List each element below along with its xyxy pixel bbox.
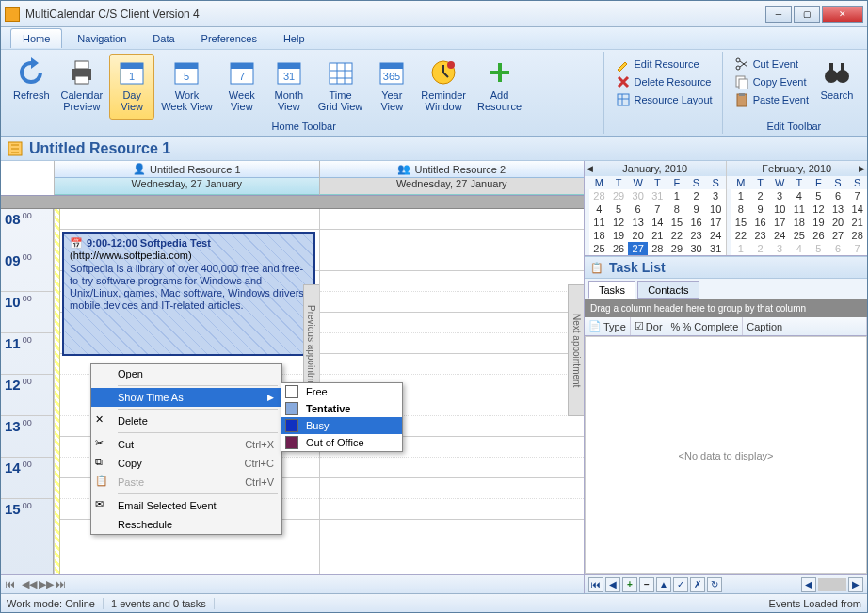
task-col-complete[interactable]: %% Complete (667, 317, 744, 335)
minical-day[interactable]: 1 (731, 242, 751, 255)
ctx-email[interactable]: ✉Email Selected Event (91, 496, 281, 515)
minical-day[interactable]: 4 (789, 242, 809, 255)
ribbon-month-view[interactable]: 31MonthView (266, 54, 312, 120)
minical-day[interactable]: 3 (706, 189, 726, 202)
minical-day[interactable]: 31 (648, 189, 667, 202)
minical-day[interactable]: 25 (589, 242, 609, 255)
ctx-paste[interactable]: 📋PasteCtrl+V (91, 473, 281, 492)
ribbon-edit-resource[interactable]: Edit Resource (614, 56, 715, 73)
minical-day[interactable]: 6 (828, 242, 848, 255)
menu-tab-data[interactable]: Data (141, 29, 185, 48)
ctx-reschedule[interactable]: Reschedule (91, 515, 281, 534)
ribbon-copy-event[interactable]: Copy Event (732, 73, 811, 90)
task-up-button[interactable]: ▲ (656, 577, 671, 592)
minical-day[interactable]: 25 (789, 229, 809, 242)
ctx-open[interactable]: Open (91, 364, 281, 383)
minical-day[interactable]: 30 (686, 242, 706, 255)
minical-day[interactable]: 29 (667, 242, 687, 255)
minical-day[interactable]: 16 (686, 216, 706, 229)
ribbon-cut-event[interactable]: Cut Event (732, 56, 811, 73)
column-resource-1[interactable]: 👤Untitled Resource 1 (55, 161, 319, 178)
ribbon-refresh[interactable]: Refresh (8, 54, 55, 120)
minical-day[interactable]: 7 (847, 189, 867, 202)
ribbon-delete-resource[interactable]: Delete Resource (614, 73, 715, 90)
minical-day[interactable]: 17 (706, 216, 726, 229)
minical-day[interactable]: 23 (750, 229, 770, 242)
nav-last-icon[interactable]: ⏭ (56, 578, 69, 591)
timeas-free[interactable]: Free (281, 383, 402, 400)
nav-first-icon[interactable]: ⏮ (5, 578, 18, 591)
task-tab-contacts[interactable]: Contacts (637, 281, 699, 299)
minical-day[interactable]: 8 (731, 202, 751, 216)
ctx-delete[interactable]: ✕Delete (91, 411, 281, 430)
task-scroll-right-button[interactable]: ▶ (848, 577, 863, 592)
minical-day[interactable]: 4 (589, 202, 609, 216)
calendar-event[interactable]: 📅9:00-12:00 Softpedia Test (http://www.s… (62, 232, 315, 356)
timeas-tentative[interactable]: Tentative (281, 400, 402, 417)
minical-day[interactable]: 13 (628, 216, 648, 229)
task-tab-tasks[interactable]: Tasks (588, 281, 635, 299)
menu-tab-navigation[interactable]: Navigation (66, 29, 137, 48)
timeas-busy[interactable]: Busy (281, 417, 402, 434)
ribbon-paste-event[interactable]: Paste Event (732, 91, 811, 108)
menu-tab-preferences[interactable]: Preferences (190, 29, 268, 48)
next-appointment-button[interactable]: Next appointment (568, 284, 584, 416)
minical-day[interactable]: 1 (731, 189, 751, 202)
ribbon-work-week-view[interactable]: 5WorkWeek View (156, 54, 217, 120)
task-group-hint[interactable]: Drag a column header here to group by th… (585, 299, 867, 317)
minical-day[interactable]: 13 (828, 202, 848, 216)
minical-day[interactable]: 20 (828, 216, 848, 229)
minical-day[interactable]: 22 (667, 229, 687, 242)
minical-day[interactable]: 26 (609, 242, 629, 255)
minical-day[interactable]: 12 (609, 216, 629, 229)
minimize-button[interactable]: ─ (765, 6, 792, 23)
minical-day[interactable]: 3 (770, 242, 790, 255)
ribbon-calendar-preview[interactable]: CalendarPreview (56, 54, 108, 120)
minical-day[interactable]: 22 (731, 229, 751, 242)
minical-day[interactable]: 14 (847, 202, 867, 216)
minical-day[interactable]: 14 (648, 216, 667, 229)
ctx-show-time-as[interactable]: Show Time As▶ (91, 388, 281, 407)
minical-day[interactable]: 27 (828, 229, 848, 242)
minical-day[interactable]: 28 (589, 189, 609, 202)
task-scroll-left-button[interactable]: ◀ (801, 577, 816, 592)
minical-day[interactable]: 28 (847, 229, 867, 242)
minical-day[interactable]: 4 (789, 189, 809, 202)
menu-tab-help[interactable]: Help (272, 29, 316, 48)
ribbon-resource-layout[interactable]: Resource Layout (614, 91, 715, 108)
column-resource-2[interactable]: 👥Untitled Resource 2 (320, 161, 585, 178)
minical-day[interactable]: 24 (706, 229, 726, 242)
minical-day[interactable]: 24 (770, 229, 790, 242)
minical-day[interactable]: 29 (609, 189, 629, 202)
ribbon-day-view[interactable]: 1DayView (109, 54, 154, 120)
minical-day[interactable]: 18 (589, 229, 609, 242)
maximize-button[interactable]: ▢ (794, 6, 820, 23)
task-prev-button[interactable]: ◀ (605, 577, 620, 592)
minical-day[interactable]: 18 (789, 216, 809, 229)
ribbon-year-view[interactable]: 365YearView (369, 54, 414, 120)
minical-day[interactable]: 10 (770, 202, 790, 216)
minical-prev[interactable]: ◀ (587, 164, 593, 173)
minical-day[interactable]: 6 (828, 189, 848, 202)
ctx-copy[interactable]: ⧉CopyCtrl+C (91, 454, 281, 473)
ribbon-time-grid-view[interactable]: TimeGrid View (313, 54, 367, 120)
minical-day[interactable]: 1 (667, 189, 687, 202)
task-col-type[interactable]: 📄Type (585, 317, 631, 335)
minical-day[interactable]: 31 (706, 242, 726, 255)
task-refresh-button[interactable]: ↻ (707, 577, 722, 592)
task-remove-button[interactable]: − (639, 577, 654, 592)
minical-day[interactable]: 6 (628, 202, 648, 216)
minical-day[interactable]: 26 (809, 229, 828, 242)
close-button[interactable]: ✕ (822, 6, 863, 23)
minical-day[interactable]: 7 (847, 242, 867, 255)
task-cancel-button[interactable]: ✗ (690, 577, 705, 592)
minical-day[interactable]: 21 (648, 229, 667, 242)
minical-next[interactable]: ▶ (859, 164, 865, 173)
nav-prev-icon[interactable]: ◀◀ (22, 578, 35, 591)
minical-day[interactable]: 17 (770, 216, 790, 229)
ribbon-week-view[interactable]: 7WeekView (219, 54, 265, 120)
task-first-button[interactable]: ⏮ (588, 577, 603, 592)
ribbon-add-resource[interactable]: AddResource (473, 54, 526, 120)
minical-day[interactable]: 19 (609, 229, 629, 242)
minical-day[interactable]: 21 (847, 216, 867, 229)
